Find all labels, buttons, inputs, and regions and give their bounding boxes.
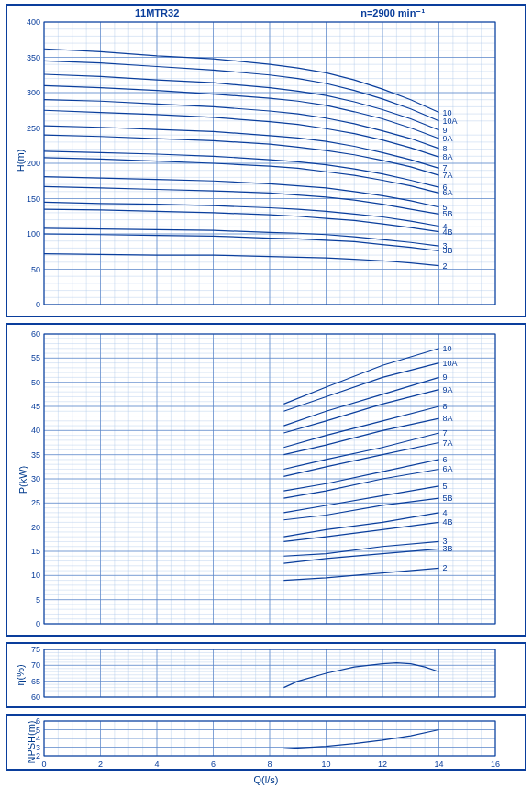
svg-text:0: 0 (41, 760, 46, 769)
svg-text:3B: 3B (443, 544, 453, 553)
svg-text:5: 5 (443, 482, 448, 491)
svg-text:300: 300 (27, 88, 40, 97)
svg-text:3B: 3B (443, 246, 453, 255)
svg-text:60: 60 (31, 329, 40, 338)
svg-text:16: 16 (491, 760, 500, 769)
svg-text:4B: 4B (443, 227, 453, 237)
npsh-chart: 024681012141623456 (7, 716, 525, 769)
svg-text:10: 10 (443, 344, 452, 353)
svg-text:10A: 10A (443, 359, 458, 368)
svg-text:400: 400 (27, 17, 40, 27)
svg-text:6A: 6A (443, 464, 453, 473)
svg-text:3: 3 (36, 743, 40, 752)
svg-text:2: 2 (98, 760, 103, 769)
svg-text:8A: 8A (443, 152, 453, 161)
svg-text:200: 200 (27, 159, 40, 168)
svg-text:5: 5 (36, 595, 40, 605)
svg-text:6: 6 (443, 455, 448, 464)
svg-text:2: 2 (443, 261, 448, 271)
svg-text:0: 0 (36, 300, 40, 309)
svg-text:10A: 10A (443, 117, 458, 126)
npsh-chart-panel: NPSH(m) 024681012141623456 (6, 714, 526, 771)
power-chart-panel: P(kW) 0510152025303540455055601010A99A88… (6, 323, 526, 637)
svg-text:9A: 9A (443, 134, 453, 143)
svg-text:20: 20 (31, 523, 40, 532)
svg-text:65: 65 (31, 677, 40, 686)
svg-text:35: 35 (31, 450, 40, 460)
svg-text:12: 12 (378, 760, 387, 769)
svg-text:150: 150 (27, 194, 40, 204)
svg-text:50: 50 (31, 265, 40, 274)
svg-text:45: 45 (31, 402, 40, 411)
svg-text:40: 40 (31, 426, 40, 435)
npsh-ylabel: NPSH(m) (26, 720, 37, 763)
svg-text:8: 8 (267, 760, 272, 769)
svg-text:9: 9 (443, 372, 448, 382)
svg-text:2: 2 (443, 563, 448, 572)
svg-text:4: 4 (154, 760, 159, 769)
model-title: 11MTR32 (135, 7, 179, 19)
svg-text:100: 100 (27, 229, 40, 239)
eff-chart-panel: η(%) 60657075 (6, 642, 526, 708)
power-chart: 0510152025303540455055601010A99A88A77A66… (7, 325, 525, 635)
pump-curve-page: { "title_model": "11MTR32", "title_speed… (0, 0, 532, 799)
svg-text:7A: 7A (443, 171, 453, 180)
svg-text:5B: 5B (443, 494, 453, 503)
svg-text:7A: 7A (443, 438, 453, 448)
chart-title-row: 11MTR32 n=2900 min⁻¹ (44, 7, 515, 19)
svg-text:10: 10 (31, 571, 40, 580)
head-chart-panel: 11MTR32 n=2900 min⁻¹ H(m) 05010015020025… (6, 4, 526, 317)
svg-text:8: 8 (443, 402, 448, 411)
svg-text:25: 25 (31, 498, 40, 507)
svg-text:10: 10 (321, 760, 330, 769)
eff-ylabel: η(%) (15, 664, 26, 685)
svg-text:2: 2 (36, 751, 40, 760)
svg-text:30: 30 (31, 474, 40, 483)
svg-text:6A: 6A (443, 188, 453, 197)
head-ylabel: H(m) (15, 150, 26, 172)
svg-text:6: 6 (36, 716, 40, 726)
svg-text:4: 4 (36, 734, 40, 743)
eff-chart: 60657075 (7, 644, 525, 706)
svg-text:5: 5 (36, 726, 40, 735)
svg-text:7: 7 (443, 428, 448, 438)
svg-text:15: 15 (31, 547, 40, 556)
power-ylabel: P(kW) (17, 466, 28, 494)
svg-text:8A: 8A (443, 414, 453, 423)
svg-text:4: 4 (443, 508, 448, 517)
head-chart: 0501001502002503003504001010A99A88A77A66… (7, 6, 525, 316)
svg-text:55: 55 (31, 353, 40, 362)
svg-text:250: 250 (27, 124, 40, 133)
svg-text:14: 14 (434, 760, 443, 769)
svg-text:4B: 4B (443, 517, 453, 527)
svg-text:9A: 9A (443, 385, 453, 394)
svg-text:5B: 5B (443, 209, 453, 218)
svg-text:6: 6 (211, 760, 216, 769)
svg-text:0: 0 (36, 619, 40, 628)
svg-text:60: 60 (31, 693, 40, 702)
x-axis-label: Q(l/s) (6, 774, 526, 785)
svg-text:75: 75 (31, 645, 40, 654)
svg-text:70: 70 (31, 660, 40, 670)
speed-title: n=2900 min⁻¹ (360, 7, 425, 19)
svg-text:50: 50 (31, 378, 40, 387)
svg-text:350: 350 (27, 53, 40, 62)
